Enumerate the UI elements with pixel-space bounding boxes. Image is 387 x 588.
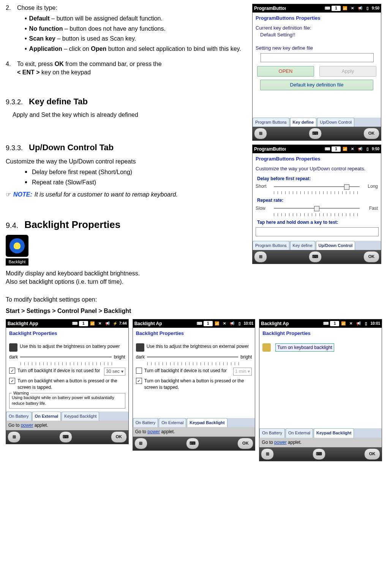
section-9-4: 9.4. Backlight Properties: [6, 218, 249, 231]
signal-nox-icon: ✕: [221, 321, 228, 326]
section-9-3-2: 9.3.2. Key define Tab: [6, 96, 249, 108]
signal-nox-icon: ✕: [348, 321, 354, 326]
volume-icon: 📢: [229, 321, 235, 326]
timeout-select[interactable]: 30 sec▾: [104, 368, 125, 376]
keyboard-toggle-icon[interactable]: ⌨: [309, 251, 322, 263]
ok-button[interactable]: OK: [363, 251, 379, 263]
updown-options: Delay before first repeat (Short/Long) R…: [25, 168, 249, 187]
brightness-slider[interactable]: dark bright: [136, 354, 252, 360]
screenshot-backlight-battery: Backlight App ⌨ 1 📶 ✕ 📢 ⚡ 7:44 Backlight…: [6, 319, 129, 444]
windows-start-icon[interactable]: ⊞: [254, 251, 267, 263]
backlight-screenshots: Backlight App ⌨ 1 📶 ✕ 📢 ⚡ 7:44 Backlight…: [6, 319, 381, 465]
ok-button[interactable]: OK: [111, 431, 127, 443]
repeat-slider[interactable]: Slow Fast: [256, 205, 378, 212]
checkbox-checked-icon[interactable]: ✓: [9, 378, 15, 384]
footer-link: Go to power applet.: [6, 421, 128, 430]
section-title: Key define Tab: [29, 96, 88, 108]
turnoff-checkbox-row[interactable]: ✓ Turn off backlight if device is not us…: [9, 368, 125, 376]
keyboard-icon: ⌨: [322, 321, 329, 326]
keyboard-backlight-icon: [262, 343, 271, 352]
window-heading: ProgramButtons Properties: [253, 153, 381, 164]
open-button[interactable]: OPEN: [257, 66, 314, 77]
tab-on-battery[interactable]: On Battery: [6, 412, 32, 421]
tab-on-external[interactable]: On External: [286, 428, 313, 437]
warning-group: Warning Using backlight while on battery…: [9, 393, 125, 409]
tab-keypad-backlight[interactable]: Keypad Backlight: [187, 418, 227, 427]
keyfile-input[interactable]: [261, 53, 374, 62]
volume-icon: 📢: [357, 146, 363, 152]
note: ☞ NOTE: It is useful for a customer to w…: [6, 190, 249, 199]
section-body: Modify display and keyboard backlight br…: [6, 269, 381, 278]
command-bar: ⊞ ⌨ OK: [253, 127, 381, 140]
tab-keypad-backlight[interactable]: Keypad Backlight: [62, 412, 99, 421]
power-link[interactable]: power: [147, 429, 160, 434]
volume-icon: 📢: [355, 321, 362, 326]
section-body: To modify backlight settings open:: [6, 296, 381, 304]
signal-nox-icon: ✕: [349, 146, 356, 152]
battery-icon: ▯: [236, 321, 243, 326]
step-text: Chose its type:: [17, 4, 57, 12]
checkbox-checked-icon[interactable]: ✓: [9, 368, 15, 374]
apply-button[interactable]: Apply: [319, 66, 376, 77]
timeout-select[interactable]: 1 min▾: [233, 368, 252, 376]
keyboard-icon: ⌨: [324, 146, 331, 152]
keyboard-toggle-icon[interactable]: ⌨: [309, 128, 322, 139]
power-link[interactable]: power: [21, 423, 33, 428]
connection-icon: 📶: [89, 321, 96, 326]
section-body: Apply and Set the key which is already d…: [13, 111, 249, 119]
tab-bar: Program Buttons Key define Up/Down Contr…: [253, 118, 381, 127]
tab-key-define[interactable]: Key define: [290, 118, 317, 127]
brightness-slider[interactable]: dark bright: [9, 354, 125, 360]
windows-start-icon[interactable]: ⊞: [134, 438, 147, 449]
option-repeatrate: Repeat rate (Slow/Fast): [25, 178, 249, 187]
tab-updown-control[interactable]: Up/Down Control: [317, 118, 354, 127]
tab-updown-control[interactable]: Up/Down Control: [316, 241, 355, 250]
tab-key-define[interactable]: Key define: [290, 241, 315, 250]
checkbox-checked-icon[interactable]: ✓: [136, 378, 142, 384]
section-title: Backlight Properties: [24, 218, 120, 231]
note-label: NOTE:: [13, 190, 32, 199]
tab-program-buttons[interactable]: Program Buttons: [253, 241, 289, 250]
tab-on-external[interactable]: On External: [159, 418, 186, 427]
keyboard-toggle-icon[interactable]: ⌨: [186, 438, 199, 449]
tab-on-battery[interactable]: On Battery: [133, 418, 158, 427]
screenshot-updown: ProgramButtoı ⌨ 1 📶 ✕ 📢 ▯ 9:50 ProgramBu…: [252, 145, 381, 264]
signal-nox-icon: ✕: [349, 6, 356, 11]
signal-nox-icon: ✕: [96, 321, 103, 326]
keyboard-toggle-icon[interactable]: ⌨: [59, 431, 72, 443]
option-scankey: Scan key – button is used as Scan key.: [25, 35, 249, 43]
turnoff-checkbox-row[interactable]: Turn off backlight if device is not used…: [136, 368, 252, 376]
keyboard-backlight-row[interactable]: Turn on keyboard backlight: [262, 343, 379, 352]
ok-button[interactable]: OK: [237, 438, 253, 449]
volume-icon: 📢: [104, 321, 111, 326]
checkbox-unchecked-icon[interactable]: [136, 368, 142, 374]
windows-start-icon[interactable]: ⊞: [261, 448, 274, 460]
tab-keypad-backlight[interactable]: Keypad Backlight: [314, 428, 354, 437]
chevron-down-icon: ▾: [121, 368, 123, 375]
brightness-icon: [9, 343, 17, 352]
step-number: 2.: [6, 4, 17, 12]
window-heading: ProgramButtons Properties: [253, 13, 381, 23]
default-keyfile-button[interactable]: Default key definition file: [260, 80, 373, 90]
keyboard-icon: ⌨: [71, 321, 78, 326]
section-title: Up/Down Control Tab: [29, 142, 114, 154]
tab-program-buttons[interactable]: Program Buttons: [253, 118, 289, 127]
command-bar: ⊞ ⌨ OK: [253, 250, 381, 264]
ok-button[interactable]: OK: [363, 128, 379, 139]
tab-on-battery[interactable]: On Battery: [259, 428, 285, 437]
brightness-icon: [136, 343, 144, 352]
keyboard-toggle-icon[interactable]: ⌨: [313, 448, 325, 460]
turnon-checkbox-row[interactable]: ✓ Turn on backlight when a button is pre…: [136, 378, 252, 391]
tab-on-external[interactable]: On External: [32, 412, 61, 421]
power-link[interactable]: power: [274, 440, 287, 445]
windows-start-icon[interactable]: ⊞: [8, 431, 21, 443]
ok-button[interactable]: OK: [364, 448, 380, 460]
option-default: Default – button will be assigned defaul…: [25, 14, 249, 23]
windows-start-icon[interactable]: ⊞: [254, 128, 267, 139]
test-input[interactable]: [256, 227, 379, 236]
turnon-checkbox-row[interactable]: ✓ Turn on backlight when a button is pre…: [9, 378, 125, 391]
delay-slider[interactable]: Short Long: [256, 183, 378, 190]
battery-icon: ▯: [363, 321, 370, 326]
screenshot-backlight-external: Backlight Ap ⌨ 1 📶 ✕ 📢 ▯ 10:01 Backlight…: [133, 319, 256, 451]
step-number: 4.: [6, 60, 17, 77]
